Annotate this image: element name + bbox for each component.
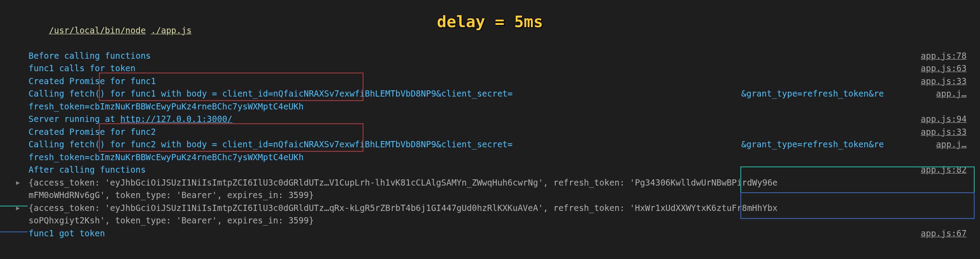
expand-chevron-icon[interactable]: ▶ bbox=[16, 203, 20, 213]
log-text: Server running at bbox=[29, 114, 120, 124]
log-text: Calling fetch() for func1 with body = cl… bbox=[29, 89, 513, 98]
expand-chevron-icon[interactable]: ▶ bbox=[16, 178, 20, 187]
log-text: func1 calls for token bbox=[29, 63, 135, 73]
source-link[interactable]: app.js:33 bbox=[921, 75, 967, 88]
log-line-got-token: func1 got tokenapp.js:67 bbox=[29, 227, 967, 240]
log-line-fetch1: Calling fetch() for func1 with body = cl… bbox=[29, 87, 967, 100]
log-text: After calling functions bbox=[29, 165, 146, 174]
log-line-after: After calling functionsapp.js:82 bbox=[29, 163, 967, 176]
log-line-func1-calls: func1 calls for tokenapp.js:63 bbox=[29, 62, 967, 75]
log-line-before: Before calling functionsapp.js:78 bbox=[29, 49, 967, 62]
log-line-object1: ▶{access_token: 'eyJhbGciOiJSUzI1NiIsImt… bbox=[29, 176, 967, 189]
log-text: &grant_type=refresh_token&re bbox=[741, 138, 884, 151]
overlay-title: delay = 5ms bbox=[437, 10, 543, 34]
log-line-object2: ▶{access_token: 'eyJhbGciOiJSUzI1NiIsImt… bbox=[29, 202, 967, 214]
log-text: fresh_token=cbImzNuKrBBWcEwyPuKz4rneBChc… bbox=[29, 152, 304, 162]
log-line-fetch2-wrap: fresh_token=cbImzNuKrBBWcEwyPuKz4rneBChc… bbox=[29, 151, 967, 164]
log-text: &grant_type=refresh_token&re bbox=[741, 87, 884, 100]
log-line-created2: Created Promise for func2app.js:33 bbox=[29, 125, 967, 138]
log-text: Before calling functions bbox=[29, 51, 151, 61]
console-log-area: /usr/local/bin/node ./app.js Before call… bbox=[13, 11, 967, 239]
source-link[interactable]: app.j… bbox=[936, 87, 967, 100]
log-line-object1-wrap: mFM0oWHdRNv6gG', token_type: 'Bearer', e… bbox=[29, 189, 967, 202]
log-text: func1 got token bbox=[29, 228, 105, 238]
highlight-blue-line bbox=[0, 231, 28, 232]
source-link[interactable]: app.js:78 bbox=[921, 49, 967, 62]
log-text: soPQhxgiyt2Ksh', token_type: 'Bearer', e… bbox=[29, 215, 314, 225]
log-text: {access_token: 'eyJhbGciOiJSUzI1NiIsImtp… bbox=[29, 178, 778, 187]
log-text: Created Promise for func2 bbox=[29, 127, 156, 137]
log-text: fresh_token=cbImzNuKrBBWcEwyPuKz4rneBChc… bbox=[29, 101, 304, 111]
source-link[interactable]: app.js:33 bbox=[921, 125, 967, 138]
log-text: Created Promise for func1 bbox=[29, 76, 156, 86]
source-link[interactable]: app.j… bbox=[936, 138, 967, 151]
source-link[interactable]: app.js:82 bbox=[921, 163, 967, 176]
log-line-server: Server running at http://127.0.0.1:3000/… bbox=[29, 113, 967, 125]
log-line-fetch1-wrap: fresh_token=cbImzNuKrBBWcEwyPuKz4rneBChc… bbox=[29, 100, 967, 113]
log-line-fetch2: Calling fetch() for func2 with body = cl… bbox=[29, 138, 967, 151]
source-link[interactable]: app.js:63 bbox=[921, 62, 967, 75]
source-link[interactable]: app.js:67 bbox=[921, 227, 967, 240]
log-text: mFM0oWHdRNv6gG', token_type: 'Bearer', e… bbox=[29, 190, 314, 200]
log-line-created1: Created Promise for func1app.js:33 bbox=[29, 75, 967, 88]
log-text: {access_token: 'eyJhbGciOiJSUzI1NiIsImtp… bbox=[29, 203, 778, 213]
log-text: Calling fetch() for func2 with body = cl… bbox=[29, 139, 513, 149]
source-link[interactable]: app.js:94 bbox=[921, 113, 967, 125]
server-url[interactable]: http://127.0.0.1:3000/ bbox=[120, 114, 233, 124]
script-arg: ./app.js bbox=[151, 25, 192, 35]
log-line-object2-wrap: soPQhxgiyt2Ksh', token_type: 'Bearer', e… bbox=[29, 214, 967, 227]
node-path: /usr/local/bin/node bbox=[49, 25, 146, 35]
highlight-teal-line bbox=[0, 206, 28, 206]
